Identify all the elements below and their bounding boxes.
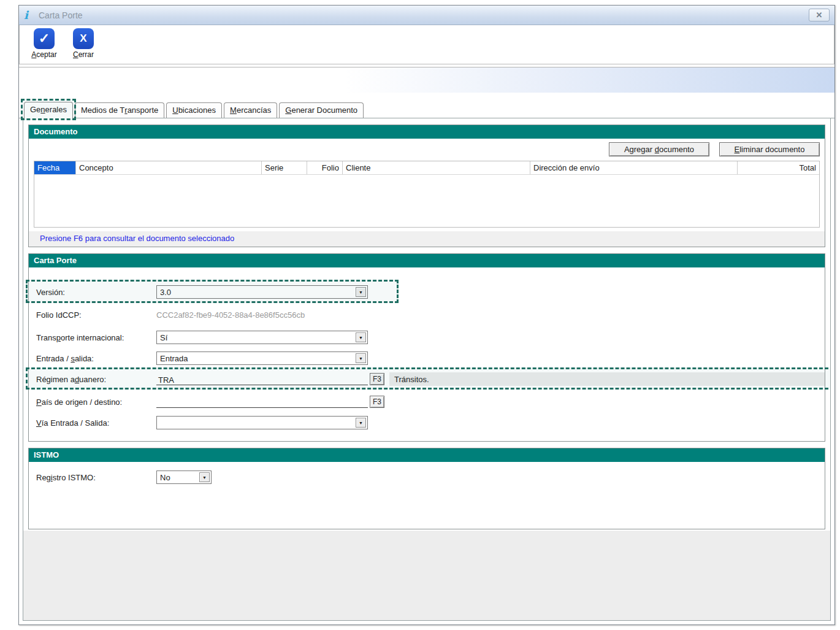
transporte-internacional-dropdown[interactable]: Sí ▼ xyxy=(156,331,368,344)
agregar-documento-button[interactable]: Agregar documento xyxy=(609,142,709,156)
toolbar: ✓ Aceptar X Cerrar xyxy=(19,25,834,64)
entrada-salida-row: Entrada / salida: Entrada ▼ xyxy=(36,351,825,366)
column-header-concepto[interactable]: Concepto xyxy=(76,161,262,174)
document-table-body[interactable] xyxy=(34,174,819,227)
entrada-salida-dropdown[interactable]: Entrada ▼ xyxy=(156,351,368,365)
eliminar-documento-button[interactable]: Eliminar documento xyxy=(719,142,820,156)
folio-idccp-value: CCC2af82-fbe9-4052-88a4-8e86f5cc56cb xyxy=(156,310,305,320)
regimen-aduanero-row: Régimen aduanero: TRA F3 Tránsitos. xyxy=(36,372,825,386)
registro-istmo-dropdown[interactable]: No ▼ xyxy=(156,471,212,484)
accept-check-icon: ✓ xyxy=(34,28,55,49)
pais-origen-destino-row: País de origen / destino: F3 xyxy=(36,394,825,409)
close-icon: ✕ xyxy=(816,10,823,20)
tab-generar-documento[interactable]: Generar Documento xyxy=(279,102,364,118)
window-close-button[interactable]: ✕ xyxy=(809,9,830,21)
spacer xyxy=(23,442,830,448)
entrada-salida-label: Entrada / salida: xyxy=(36,354,156,363)
version-row: Versión: 3.0 ▼ xyxy=(36,285,825,299)
column-header-total[interactable]: Total xyxy=(738,161,819,174)
title-bar: i Carta Porte ✕ xyxy=(19,6,834,25)
version-dropdown[interactable]: 3.0 ▼ xyxy=(156,285,368,299)
document-table-header: Fecha Concepto Serie Folio Cliente Direc… xyxy=(34,161,819,174)
f6-hint-text: Presione F6 para consultar el documento … xyxy=(29,231,825,247)
tab-page-generales: Documento Agregar documento Eliminar doc… xyxy=(23,118,831,621)
carta-porte-window: i Carta Porte ✕ ✓ Aceptar X Cerrar Gener… xyxy=(18,5,835,625)
version-label: Versión: xyxy=(36,288,156,297)
regimen-aduanero-label: Régimen aduanero: xyxy=(36,375,156,384)
close-x-icon: X xyxy=(73,28,94,49)
regimen-aduanero-description: Tránsitos. xyxy=(389,372,825,386)
tab-mercancias[interactable]: Mercancías xyxy=(224,102,277,118)
document-table: Fecha Concepto Serie Folio Cliente Direc… xyxy=(34,161,820,228)
istmo-fields: Registro ISTMO: No ▼ xyxy=(29,470,825,529)
app-icon: i xyxy=(24,10,35,21)
pais-origen-destino-input[interactable] xyxy=(156,396,368,408)
spacer xyxy=(23,247,830,253)
folio-idccp-label: Folio IdCCP: xyxy=(36,310,156,320)
tab-ubicaciones[interactable]: Ubicaciones xyxy=(166,102,222,118)
window-title: Carta Porte xyxy=(39,10,83,20)
column-header-folio[interactable]: Folio xyxy=(307,161,343,174)
chevron-down-icon[interactable]: ▼ xyxy=(356,353,366,363)
carta-porte-group: Carta Porte Versión: 3.0 ▼ Folio IdCCP: … xyxy=(28,253,825,442)
column-header-cliente[interactable]: Cliente xyxy=(343,161,530,174)
regimen-aduanero-input[interactable]: TRA xyxy=(156,373,368,385)
istmo-group: ISTMO Registro ISTMO: No ▼ xyxy=(28,448,825,529)
chevron-down-icon[interactable]: ▼ xyxy=(356,332,366,342)
page-empty-area xyxy=(23,531,830,620)
carta-porte-fields: Versión: 3.0 ▼ Folio IdCCP: CCC2af82-fbe… xyxy=(29,267,825,441)
cerrar-button[interactable]: X Cerrar xyxy=(66,28,101,59)
documento-group: Documento Agregar documento Eliminar doc… xyxy=(28,125,825,247)
via-entrada-salida-dropdown[interactable]: ▼ xyxy=(156,416,368,429)
column-header-serie[interactable]: Serie xyxy=(262,161,307,174)
chevron-down-icon[interactable]: ▼ xyxy=(356,418,366,428)
column-header-fecha[interactable]: Fecha xyxy=(34,161,76,174)
carta-porte-group-header: Carta Porte xyxy=(29,254,825,267)
tab-medios-de-transporte[interactable]: Medios de Transporte xyxy=(75,102,164,118)
via-entrada-salida-label: Vía Entrada / Salida: xyxy=(36,418,156,428)
pais-origen-destino-f3-button[interactable]: F3 xyxy=(370,396,384,408)
documento-buttons: Agregar documento Eliminar documento xyxy=(29,139,825,158)
tab-generales[interactable]: Generales xyxy=(24,102,73,118)
regimen-aduanero-f3-button[interactable]: F3 xyxy=(370,373,384,385)
folio-idccp-row: Folio IdCCP: CCC2af82-fbe9-4052-88a4-8e8… xyxy=(36,307,825,322)
chevron-down-icon[interactable]: ▼ xyxy=(199,472,210,482)
via-entrada-salida-row: Vía Entrada / Salida: ▼ xyxy=(36,415,825,430)
cerrar-label: Cerrar xyxy=(73,50,94,59)
pais-origen-destino-label: País de origen / destino: xyxy=(36,398,156,407)
chevron-down-icon[interactable]: ▼ xyxy=(356,287,366,297)
aceptar-label: Aceptar xyxy=(31,50,56,59)
istmo-group-header: ISTMO xyxy=(29,448,825,462)
column-header-direccion[interactable]: Dirección de envío xyxy=(530,161,738,174)
registro-istmo-label: Registro ISTMO: xyxy=(36,473,156,482)
aceptar-button[interactable]: ✓ Aceptar xyxy=(27,28,61,59)
tab-strip: Generales Medios de Transporte Ubicacion… xyxy=(19,100,834,118)
documento-group-header: Documento xyxy=(29,125,825,139)
header-banner xyxy=(19,67,834,93)
registro-istmo-row: Registro ISTMO: No ▼ xyxy=(36,470,825,485)
transporte-internacional-row: Transporte internacional: Sí ▼ xyxy=(36,330,825,345)
transporte-internacional-label: Transporte internacional: xyxy=(36,333,156,342)
